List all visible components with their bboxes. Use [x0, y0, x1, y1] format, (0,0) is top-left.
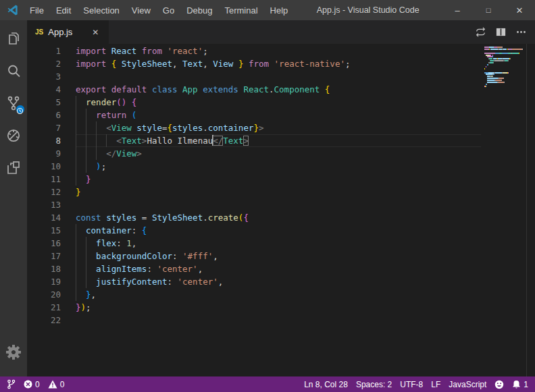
code-line[interactable]: 9 </View> [27, 147, 481, 160]
tab-appjs[interactable]: JS App.js ✕ [27, 20, 109, 44]
menu-view[interactable]: View [126, 0, 157, 20]
code-line-text: return ( [76, 109, 481, 121]
statusbar-eol[interactable]: LF [427, 376, 444, 392]
minimize-button[interactable]: – [442, 0, 473, 20]
indent-guide [86, 160, 86, 173]
notifications-bell-icon [512, 380, 521, 389]
statusbar-language-mode[interactable]: JavaScript [444, 376, 490, 392]
indent-guide [76, 121, 76, 134]
more-actions-button[interactable] [512, 24, 530, 41]
token: ; [86, 302, 91, 312]
minimap-token [488, 64, 488, 65]
menu-edit[interactable]: Edit [50, 0, 77, 20]
code-line[interactable]: 17 backgroundColor: '#fff', [27, 250, 481, 262]
statusbar-feedback-smiley[interactable] [490, 376, 508, 392]
code-line[interactable]: 13 [27, 198, 481, 211]
token: Hallo Ilmenau [147, 136, 213, 146]
token: : [172, 251, 182, 261]
minimap-line [484, 70, 526, 72]
token [233, 59, 238, 69]
token: } [253, 123, 259, 133]
line-number: 16 [27, 237, 61, 250]
activitybar-search-icon[interactable] [0, 55, 27, 87]
activitybar-extensions-icon[interactable] [0, 152, 27, 184]
activitybar-debug-icon[interactable] [0, 119, 27, 152]
code-line[interactable]: 11 } [27, 173, 481, 186]
statusbar-errors[interactable]: 0 [20, 376, 44, 392]
code-line[interactable]: 16 flex: 1, [27, 237, 481, 250]
statusbar-indentation[interactable]: Spaces: 2 [352, 376, 396, 392]
code-line[interactable]: 2import { StyleSheet, Text, View } from … [27, 57, 481, 70]
indent-guide [86, 134, 86, 147]
code-line-text: flex: 1, [76, 237, 481, 250]
code-line[interactable]: 15 container: { [27, 224, 481, 237]
token: </ [106, 148, 116, 159]
indent-guide [76, 250, 76, 262]
minimap-token [497, 47, 502, 48]
minimap-token [487, 78, 498, 79]
token: React [243, 84, 269, 94]
code-line[interactable]: 21}); [27, 301, 481, 314]
editor-scrollbar[interactable] [526, 44, 535, 376]
token [76, 148, 106, 159]
indent-guide [76, 275, 76, 288]
code-line[interactable]: 6 return ( [27, 109, 481, 121]
menu-terminal[interactable]: Terminal [218, 0, 263, 20]
code-line[interactable]: 12} [27, 186, 481, 198]
statusbar-encoding[interactable]: UTF-8 [396, 376, 427, 392]
line-number: 1 [27, 45, 61, 57]
token: , [213, 251, 218, 261]
code-line-text [76, 70, 481, 83]
code-line[interactable]: 10 ); [27, 160, 481, 173]
menu-help[interactable]: Help [264, 0, 295, 20]
code-line[interactable]: 22 [27, 314, 481, 327]
activitybar-source-control-icon[interactable] [0, 87, 27, 119]
code-line[interactable]: 1import React from 'react'; [27, 45, 481, 57]
statusbar-warnings[interactable]: 0 [44, 376, 69, 392]
code-line[interactable]: 4export default class App extends React.… [27, 83, 481, 96]
code-line[interactable]: 8 <Text>Hallo Ilmenau</Text> [27, 134, 481, 147]
line-number: 10 [27, 160, 61, 173]
minimap-token [512, 49, 522, 50]
token: , [198, 264, 203, 274]
token: container [208, 123, 254, 133]
token: from [142, 46, 168, 56]
token: : [147, 264, 157, 274]
activitybar-explorer-icon[interactable] [0, 22, 27, 55]
minimap-token [487, 56, 492, 57]
token: React [111, 46, 142, 56]
statusbar-notifications-bell[interactable]: 1 [508, 376, 532, 392]
token: import [76, 46, 111, 56]
token: = [162, 123, 168, 133]
sync-changes-button[interactable] [472, 24, 489, 41]
minimap[interactable] [482, 45, 526, 90]
minimap-token [487, 82, 497, 83]
code-line[interactable]: 7 <View style={styles.container}> [27, 121, 481, 134]
menu-go[interactable]: Go [157, 0, 180, 20]
code-line[interactable]: 19 justifyContent: 'center', [27, 275, 481, 288]
split-editor-button[interactable] [492, 24, 509, 41]
menu-selection[interactable]: Selection [77, 0, 125, 20]
token: return [96, 110, 132, 120]
code-editor[interactable]: 1import React from 'react';2import { Sty… [27, 44, 535, 376]
token: : [116, 238, 126, 248]
code-line[interactable]: 3 [27, 70, 481, 83]
code-line[interactable]: 14const styles = StyleSheet.create({ [27, 211, 481, 224]
code-line[interactable]: 20 }, [27, 288, 481, 301]
close-button[interactable]: ✕ [504, 0, 535, 20]
menu-file[interactable]: File [24, 0, 50, 20]
code-line[interactable]: 18 alignItems: 'center', [27, 262, 481, 275]
maximize-button[interactable]: □ [473, 0, 504, 20]
statusbar-branch-indicator[interactable] [3, 376, 20, 392]
statusbar-label: JavaScript [449, 380, 486, 389]
token: container [86, 225, 132, 235]
statusbar-cursor-position[interactable]: Ln 8, Col 28 [300, 376, 352, 392]
activitybar-settings-gear-icon[interactable] [0, 336, 27, 368]
code-line-text: }); [76, 301, 481, 314]
menu-debug[interactable]: Debug [180, 0, 218, 20]
code-line[interactable]: 5 render() { [27, 96, 481, 109]
token [126, 97, 132, 107]
tab-close-icon[interactable]: ✕ [88, 26, 102, 39]
indent-guide [86, 275, 86, 288]
minimap-line [484, 66, 526, 67]
